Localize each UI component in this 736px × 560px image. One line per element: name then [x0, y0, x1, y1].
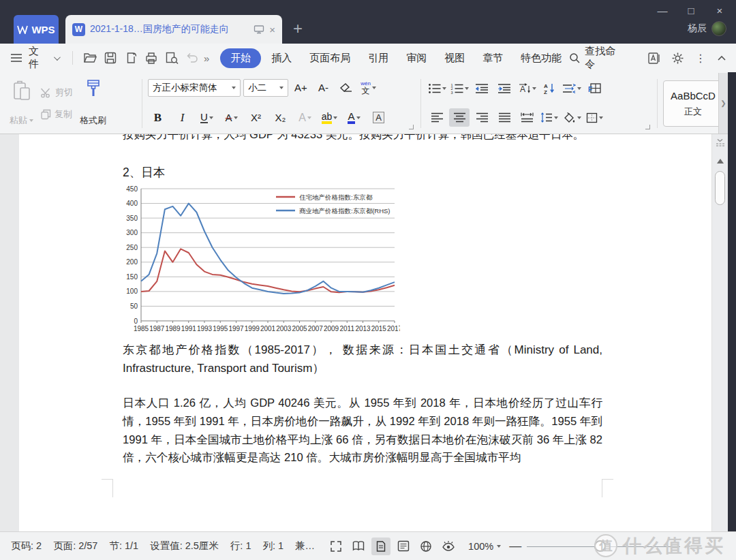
close-button[interactable]: × [710, 3, 729, 18]
highlight-button[interactable]: ab [320, 108, 339, 127]
minimize-button[interactable]: — [653, 3, 672, 18]
font-color-button[interactable]: A [344, 108, 364, 127]
font-dialog-launcher[interactable] [409, 125, 414, 129]
decrease-indent-button[interactable] [472, 79, 492, 97]
present-monitor-icon[interactable] [254, 25, 264, 34]
outline-mode-button[interactable] [394, 538, 413, 555]
status-pages[interactable]: 页面: 2/57 [53, 540, 97, 553]
phonetic-guide-button[interactable]: wén 文 [358, 78, 378, 97]
paste-button[interactable]: 粘贴 [10, 76, 33, 131]
read-mode-button[interactable] [349, 538, 368, 555]
tab-page-layout[interactable]: 页面布局 [302, 48, 358, 68]
increase-indent-button[interactable] [494, 79, 515, 97]
numbered-list-button[interactable]: 123 [449, 79, 470, 97]
open-file-button[interactable] [80, 48, 100, 67]
italic-button[interactable]: I [172, 108, 192, 127]
status-page-number[interactable]: 页码: 2 [11, 540, 42, 553]
line-spacing-button[interactable] [539, 108, 559, 127]
superscript-button[interactable]: X² [246, 108, 266, 127]
zoom-in-button[interactable]: + [684, 540, 691, 553]
file-menu-button[interactable]: 文件 [29, 45, 59, 71]
strikethrough-button[interactable]: A [221, 108, 241, 127]
cut-button[interactable]: 剪切 [40, 87, 73, 99]
scroll-up-arrow[interactable] [717, 159, 724, 164]
svg-text:1999: 1999 [245, 325, 260, 332]
document-page[interactable]: 按购买力平价计算，人均 GDP 为 43233 美元。按购买力平价计算，韩国已经… [19, 134, 711, 531]
bold-button[interactable]: B [148, 108, 168, 127]
tab-special-features[interactable]: 特色功能 [513, 48, 569, 68]
font-size-select[interactable]: 小二 [243, 79, 288, 97]
save-button[interactable] [100, 48, 121, 67]
zoom-level-button[interactable]: 100% [468, 541, 501, 552]
status-section[interactable]: 节: 1/1 [109, 540, 138, 553]
user-account[interactable]: 杨辰 [688, 21, 726, 36]
tab-insert[interactable]: 插入 [264, 48, 299, 68]
collapse-ribbon-icon[interactable] [717, 55, 726, 61]
text-direction-button[interactable]: A [517, 79, 537, 97]
format-painter-button[interactable]: 格式刷 [80, 76, 106, 131]
new-tab-button[interactable]: + [293, 19, 303, 38]
tab-references[interactable]: 引用 [361, 48, 396, 68]
zoom-slider[interactable] [527, 538, 680, 555]
scrollbar-thumb[interactable] [715, 171, 725, 205]
paragraph-dialog-launcher[interactable] [645, 125, 650, 129]
tab-view[interactable]: 视图 [437, 48, 472, 68]
zoom-slider-knob[interactable] [594, 540, 606, 552]
font-name-select[interactable]: 方正小标宋简体 [148, 79, 241, 97]
print-button[interactable] [141, 48, 162, 67]
zoom-out-button[interactable]: — [509, 539, 521, 553]
styles-gallery-more[interactable]: ❯ [718, 73, 728, 134]
fullscreen-button[interactable] [326, 538, 346, 555]
find-replace-icon[interactable] [647, 52, 660, 65]
borders-button[interactable] [584, 108, 604, 127]
show-marks-button[interactable] [562, 79, 582, 97]
eye-protect-button[interactable] [439, 538, 458, 555]
tab-close-icon[interactable]: × [269, 24, 275, 35]
svg-text:2001: 2001 [260, 325, 276, 332]
document-tab[interactable]: W 2021-1-18…国房地产的可能走向 × [65, 15, 282, 44]
copy-icon [40, 109, 51, 120]
print-layout-button[interactable] [371, 538, 390, 555]
tab-review[interactable]: 审阅 [399, 48, 434, 68]
divider [420, 79, 421, 128]
vertical-scrollbar[interactable] [711, 134, 728, 531]
tab-home[interactable]: 开始 [220, 48, 261, 68]
hamburger-menu-icon[interactable] [10, 52, 23, 63]
paste-dropdown-caret [29, 119, 33, 122]
style-normal[interactable]: AaBbCcD 正文 [663, 80, 723, 127]
fullscreen-icon [330, 540, 342, 553]
wps-home-button[interactable]: WPS [14, 15, 59, 44]
copy-button[interactable]: 复制 [40, 108, 73, 121]
subscript-button[interactable]: X₂ [271, 108, 290, 127]
print-preview-button[interactable] [162, 48, 182, 67]
undo-button[interactable] [182, 48, 202, 67]
svg-text:250: 250 [126, 244, 138, 251]
maximize-button[interactable]: □ [681, 3, 701, 18]
more-commands-button[interactable]: » [204, 52, 209, 64]
align-right-button[interactable] [472, 108, 492, 127]
increase-font-button[interactable]: A+ [291, 78, 311, 97]
nav-widget-icon[interactable] [715, 138, 725, 146]
sort-button[interactable]: AZ [539, 79, 559, 97]
tab-section[interactable]: 章节 [475, 48, 510, 68]
avatar[interactable] [711, 21, 726, 36]
kebab-menu-icon[interactable]: ⋮ [695, 52, 706, 65]
status-compat-mode[interactable]: 兼… [295, 540, 315, 553]
shading-button[interactable] [562, 108, 582, 127]
gear-icon[interactable] [671, 52, 684, 65]
align-left-button[interactable] [427, 108, 447, 127]
web-layout-button[interactable] [416, 538, 435, 555]
bullet-list-button[interactable] [427, 79, 447, 97]
underline-button[interactable]: U [197, 108, 217, 127]
align-center-button[interactable] [449, 108, 470, 127]
clear-format-button[interactable] [336, 78, 356, 97]
char-border-button[interactable]: A [369, 108, 388, 127]
export-pdf-button[interactable] [121, 48, 141, 67]
distribute-button[interactable] [517, 108, 537, 127]
find-command-search[interactable]: 查找命令 [569, 45, 626, 71]
table-tool-button[interactable]: F [584, 79, 604, 97]
decrease-font-button[interactable]: A- [313, 78, 333, 97]
status-margin-setting[interactable]: 设置值: 2.5厘米 [150, 540, 219, 553]
justify-button[interactable] [494, 108, 515, 127]
text-effect-button[interactable]: A [295, 108, 315, 127]
